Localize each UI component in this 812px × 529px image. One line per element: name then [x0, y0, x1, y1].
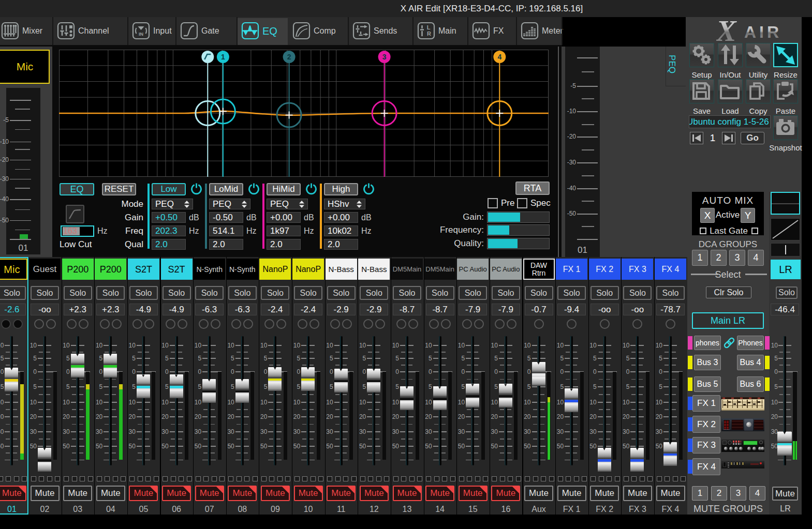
svg-text:4: 4 — [497, 53, 501, 61]
svg-text:2: 2 — [287, 53, 291, 61]
svg-text:X: X — [716, 17, 737, 43]
svg-text:L: L — [427, 24, 431, 31]
svg-text:1: 1 — [221, 53, 225, 61]
svg-text:AIR: AIR — [744, 23, 782, 41]
svg-text:3: 3 — [382, 53, 386, 61]
svg-text:IN: IN — [139, 32, 143, 37]
svg-text:R: R — [427, 31, 431, 37]
